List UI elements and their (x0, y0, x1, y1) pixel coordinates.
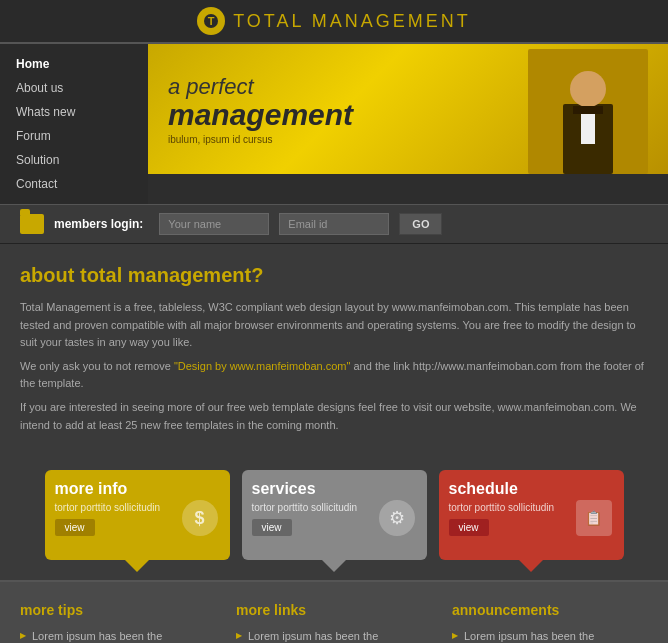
links-list: Lorem ipsum has been the industry's stan… (236, 628, 432, 643)
links-title: more links (236, 602, 432, 618)
email-input[interactable] (279, 213, 389, 235)
about-title: about total management? (20, 264, 648, 287)
list-item: Lorem ipsum has been the (236, 628, 432, 643)
name-input[interactable] (159, 213, 269, 235)
feature-cards: more info tortor porttito sollicitudin v… (0, 450, 668, 580)
announcements-column: announcements Lorem ipsum has been the i… (452, 602, 648, 643)
links-column: more links Lorem ipsum has been the indu… (236, 602, 432, 643)
announcements-title: announcements (452, 602, 648, 618)
svg-rect-7 (596, 116, 608, 151)
dollar-icon: $ (182, 500, 218, 536)
card-services: services tortor porttito sollicitudin vi… (242, 470, 427, 560)
logo-text: TOTAL MANAGEMENT (233, 11, 471, 32)
card-info-title: more info (55, 480, 220, 498)
hero-line1: a perfect (168, 74, 353, 100)
hero-sub: ibulum, ipsum id cursus (168, 134, 353, 145)
card-schedule: schedule tortor porttito sollicitudin vi… (439, 470, 624, 560)
go-button[interactable]: GO (399, 213, 442, 235)
folder-icon (20, 214, 44, 234)
svg-rect-4 (573, 106, 603, 114)
nav-item-home[interactable]: Home (0, 52, 148, 76)
card-schedule-bubble: schedule tortor porttito sollicitudin vi… (439, 470, 624, 560)
main-nav: Home About us Whats new Forum Solution C… (0, 44, 148, 204)
nav-item-about[interactable]: About us (0, 76, 148, 100)
card-info-icon: $ (182, 500, 222, 540)
tips-column: more tips Lorem ipsum has been the indus… (20, 602, 216, 643)
tips-title: more tips (20, 602, 216, 618)
tips-list: Lorem ipsum has been the industry's stan… (20, 628, 216, 643)
bottom-section: more tips Lorem ipsum has been the indus… (0, 580, 668, 643)
members-label: members login: (54, 217, 143, 231)
card-more-info: more info tortor porttito sollicitudin v… (45, 470, 230, 560)
nav-hero-section: Home About us Whats new Forum Solution C… (0, 44, 668, 204)
logo: T TOTAL MANAGEMENT (197, 7, 471, 35)
nav-item-contact[interactable]: Contact (0, 172, 148, 196)
hero-line2: management (168, 100, 353, 130)
hero-text: a perfect management ibulum, ipsum id cu… (168, 74, 353, 145)
card-schedule-icon: 📋 (576, 500, 616, 540)
about-para-2: We only ask you to not remove "Design by… (20, 358, 648, 393)
announcements-list: Lorem ipsum has been the industry's stan… (452, 628, 648, 643)
logo-svg: T (203, 13, 219, 29)
gear-icon: ⚙ (379, 500, 415, 536)
list-item: Lorem ipsum has been the (452, 628, 648, 643)
card-services-icon: ⚙ (379, 500, 419, 540)
card-info-view[interactable]: view (55, 519, 95, 536)
svg-rect-6 (568, 116, 580, 151)
list-item: Lorem ipsum has been the (20, 628, 216, 643)
nav-item-forum[interactable]: Forum (0, 124, 148, 148)
card-schedule-title: schedule (449, 480, 614, 498)
svg-text:T: T (208, 15, 215, 27)
person-svg (533, 54, 643, 174)
card-info-bubble: more info tortor porttito sollicitudin v… (45, 470, 230, 560)
hero-person-image (528, 49, 648, 174)
svg-point-3 (570, 71, 606, 107)
hero-section: a perfect management ibulum, ipsum id cu… (148, 44, 668, 174)
main-content: about total management? Total Management… (0, 244, 668, 450)
card-services-view[interactable]: view (252, 519, 292, 536)
about-para-3: If you are interested in seeing more of … (20, 399, 648, 434)
logo-icon: T (197, 7, 225, 35)
calendar-icon: 📋 (576, 500, 612, 536)
header: T TOTAL MANAGEMENT (0, 0, 668, 44)
card-schedule-view[interactable]: view (449, 519, 489, 536)
design-link[interactable]: "Design by www.manfeimoban.com" (174, 360, 351, 372)
card-services-bubble: services tortor porttito sollicitudin vi… (242, 470, 427, 560)
nav-item-whatsnew[interactable]: Whats new (0, 100, 148, 124)
login-bar: members login: GO (0, 204, 668, 244)
card-services-title: services (252, 480, 417, 498)
about-para-1: Total Management is a free, tableless, W… (20, 299, 648, 352)
nav-item-solution[interactable]: Solution (0, 148, 148, 172)
svg-rect-5 (581, 114, 595, 144)
